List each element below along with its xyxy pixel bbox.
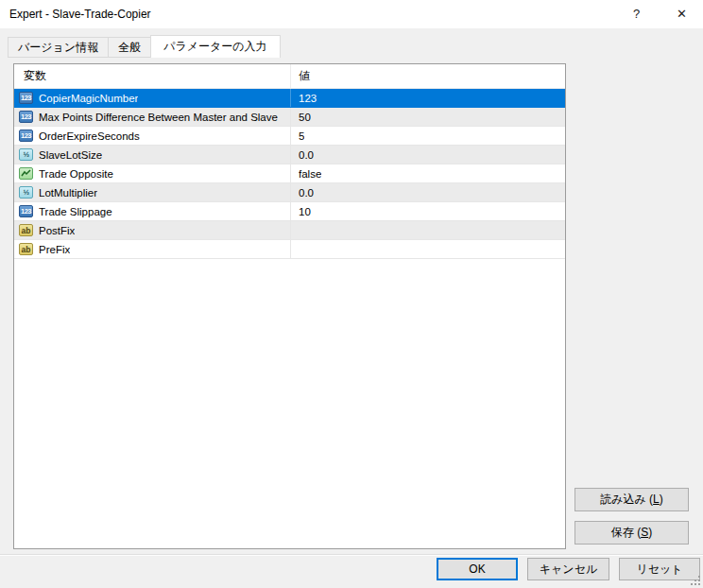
load-button[interactable]: 読み込み (L) — [574, 488, 689, 511]
param-value-cell[interactable] — [291, 240, 565, 258]
reset-button[interactable]: リセット — [619, 558, 700, 580]
table-body: 123 CopierMagicNumber 123 123 Max Points… — [14, 89, 565, 259]
tab-label: バージョン情報 — [18, 41, 98, 54]
param-value-cell[interactable]: 0.0 — [291, 183, 565, 201]
table-row[interactable]: 123 OrderExpireSeconds 5 — [14, 127, 565, 146]
param-value-cell[interactable]: 123 — [291, 89, 565, 107]
param-value-cell[interactable] — [291, 221, 565, 239]
ok-button[interactable]: OK — [437, 558, 518, 580]
table-row[interactable]: ab PostFix — [14, 221, 565, 240]
close-icon: ✕ — [677, 7, 687, 21]
param-name-cell: 123 Trade Slippage — [14, 202, 291, 220]
column-header-value[interactable]: 値 — [291, 64, 565, 88]
int-param-icon: 123 — [19, 205, 33, 217]
save-button[interactable]: 保存 (S) — [574, 521, 689, 545]
param-name-cell: 123 Max Points Difference Between Master… — [14, 108, 291, 126]
close-button[interactable]: ✕ — [660, 0, 703, 28]
help-icon: ? — [633, 7, 640, 21]
param-value-cell[interactable]: 0.0 — [291, 146, 565, 164]
table-row[interactable]: 123 Trade Slippage 10 — [14, 202, 565, 221]
param-name-cell: Trade Opposite — [14, 164, 291, 182]
table-row[interactable]: 123 Max Points Difference Between Master… — [14, 108, 565, 127]
param-value: 123 — [299, 93, 317, 104]
tab-bar: バージョン情報全般パラメーターの入力 — [8, 34, 280, 58]
param-value-cell[interactable]: 5 — [291, 127, 565, 145]
table-row[interactable]: Trade Opposite false — [14, 164, 565, 183]
param-name: LotMultiplier — [39, 187, 97, 199]
param-value-cell[interactable]: false — [291, 164, 565, 182]
column-header-variable[interactable]: 変数 — [14, 64, 291, 88]
table-row[interactable]: 123 CopierMagicNumber 123 — [14, 89, 565, 108]
param-value: 0.0 — [299, 187, 314, 199]
param-name: CopierMagicNumber — [39, 93, 138, 104]
double-param-icon: ½ — [19, 148, 33, 161]
param-name-cell: 123 CopierMagicNumber — [14, 89, 291, 107]
double-param-icon: ½ — [19, 186, 33, 199]
param-name-cell: 123 OrderExpireSeconds — [14, 127, 291, 145]
param-value: 5 — [299, 130, 304, 142]
param-name: Trade Slippage — [39, 206, 112, 217]
string-param-icon: ab — [19, 224, 33, 236]
param-name-cell: ab PostFix — [14, 221, 291, 239]
expert-parameters-dialog: Expert - Slave-Trade-Copier ? ✕ バージョン情報全… — [0, 0, 703, 588]
resize-grip-icon[interactable] — [690, 575, 701, 586]
table-header: 変数 値 — [14, 64, 565, 89]
param-name: PreFix — [39, 244, 70, 255]
tab-1[interactable]: バージョン情報 — [8, 37, 109, 58]
int-param-icon: 123 — [19, 130, 33, 142]
param-name: Trade Opposite — [39, 168, 113, 180]
param-value-cell[interactable]: 50 — [291, 108, 565, 126]
param-value: 10 — [299, 206, 311, 217]
table-row[interactable]: ½ LotMultiplier 0.0 — [14, 183, 565, 202]
help-button[interactable]: ? — [615, 0, 658, 28]
param-name-cell: ½ LotMultiplier — [14, 183, 291, 201]
param-name: Max Points Difference Between Master and… — [39, 112, 278, 123]
param-name: PostFix — [39, 225, 75, 236]
titlebar: Expert - Slave-Trade-Copier ? ✕ — [0, 0, 703, 28]
param-name-cell: ½ SlaveLotSize — [14, 146, 291, 164]
tab-3[interactable]: パラメーターの入力 — [150, 35, 280, 58]
param-value: 0.0 — [299, 149, 314, 161]
bool-param-icon — [19, 167, 33, 180]
int-param-icon: 123 — [19, 92, 33, 104]
param-value-cell[interactable]: 10 — [291, 202, 565, 220]
parameters-table: 変数 値 123 CopierMagicNumber 123 123 Max P… — [13, 63, 566, 549]
int-param-icon: 123 — [19, 111, 33, 123]
cancel-button[interactable]: キャンセル — [527, 558, 609, 580]
param-name-cell: ab PreFix — [14, 240, 291, 258]
param-value: false — [299, 168, 321, 180]
table-row[interactable]: ab PreFix — [14, 240, 565, 259]
tab-label: パラメーターの入力 — [163, 40, 266, 53]
string-param-icon: ab — [19, 243, 33, 255]
param-name: OrderExpireSeconds — [39, 130, 140, 142]
table-row[interactable]: ½ SlaveLotSize 0.0 — [14, 146, 565, 164]
param-name: SlaveLotSize — [39, 149, 102, 161]
separator-line — [0, 554, 703, 555]
tab-label: 全般 — [118, 41, 141, 54]
window-title: Expert - Slave-Trade-Copier — [9, 0, 151, 28]
param-value: 50 — [299, 112, 311, 123]
tab-2[interactable]: 全般 — [108, 37, 151, 58]
